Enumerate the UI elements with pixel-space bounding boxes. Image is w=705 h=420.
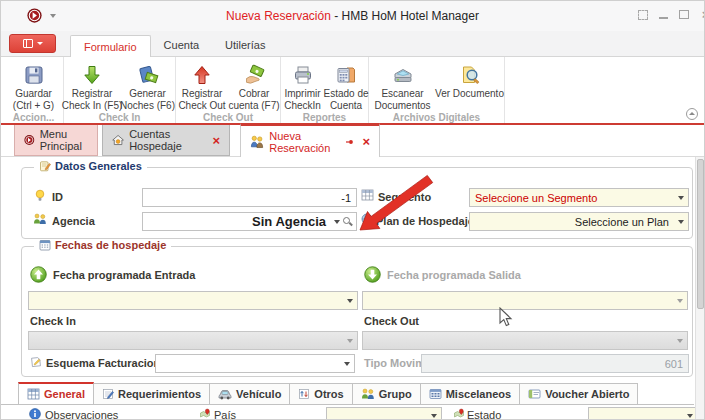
chevron-down-icon[interactable]	[674, 189, 688, 206]
ribbon-group-archivos: Escanear Documentos Ver Documento Archiv…	[369, 57, 505, 123]
chevron-down-icon[interactable]	[674, 213, 688, 230]
id-label: ID	[52, 191, 63, 203]
people-icon	[250, 133, 264, 150]
id-value: -1	[143, 192, 356, 204]
tab-otros[interactable]: Otros	[289, 383, 352, 404]
application-menu-button[interactable]	[9, 34, 56, 53]
esquema-facturacion-label: Esquema Facturacion	[46, 357, 160, 369]
doc-tab-cuentas-hospedaje[interactable]: Cuentas Hospedaje ×	[102, 125, 230, 156]
fecha-salida-label: Fecha programada Salida	[387, 269, 521, 281]
sort-icon	[298, 388, 310, 400]
imprimir-checkin-button[interactable]: Imprimir CheckIn	[281, 59, 324, 111]
tab-grupo[interactable]: Grupo	[352, 383, 421, 404]
registrar-checkin-button[interactable]: Registrar Check In (F5)	[64, 59, 120, 111]
bottom-tab-strip: General Requerimientos Vehículo Otros Gr…	[1, 383, 694, 405]
chevron-down-icon[interactable]	[427, 408, 441, 420]
scanner-icon	[392, 61, 414, 88]
pais-combobox[interactable]	[326, 407, 442, 420]
plan-hospedaje-value: Seleccione un Plan	[470, 216, 674, 228]
document-tab-strip: Menu Principal Cuentas Hospedaje × Nueva…	[1, 123, 704, 157]
segmento-label: Segmento	[378, 191, 431, 203]
window-title: Nueva Reservación - HMB HoM Hotel Manage…	[1, 9, 704, 23]
chevron-down-icon	[673, 292, 687, 309]
checkin-label: Check In	[30, 315, 76, 327]
groupbox-fechas-hospedaje: Fechas de hospedaje Fecha programada Ent…	[21, 246, 693, 377]
search-icon[interactable]	[343, 217, 353, 227]
voucher-icon	[528, 388, 541, 400]
ribbon-group-checkout: Registrar Check Out Cobrar cuenta (F7) C…	[176, 57, 281, 123]
tab-vehiculo[interactable]: Vehículo	[209, 383, 290, 404]
calendar-icon	[39, 239, 51, 251]
tab-label: General	[44, 388, 85, 400]
tab-voucher-abierto[interactable]: Voucher Abierto	[519, 383, 638, 404]
ribbon-tab-formulario[interactable]: Formulario	[70, 35, 151, 57]
maximize-icon[interactable]	[679, 10, 689, 19]
generar-noches-button[interactable]: Generar Noches (F6)	[120, 59, 175, 111]
tab-requerimientos[interactable]: Requerimientos	[93, 383, 210, 404]
close-icon[interactable]: ×	[212, 135, 220, 146]
escanear-documentos-button[interactable]: Escanear Documentos	[370, 59, 436, 111]
fecha-salida-combobox[interactable]	[362, 291, 688, 310]
agencia-combobox[interactable]: Sin Agencia	[142, 212, 357, 231]
id-input[interactable]: -1	[142, 188, 357, 207]
esquema-facturacion-combobox[interactable]	[155, 354, 355, 373]
cobrar-cuenta-button[interactable]: Cobrar cuenta (F7)	[228, 59, 280, 111]
doc-tab-label: Menu Principal	[40, 128, 88, 152]
ribbon-tab-utilerias[interactable]: Utilerías	[212, 34, 278, 56]
scrollbar-thumb[interactable]	[697, 159, 704, 309]
button-label: (Ctrl + G)	[13, 100, 54, 112]
registrar-checkout-button[interactable]: Registrar Check Out	[176, 59, 228, 111]
tipo-movimiento-input: 601	[421, 354, 689, 373]
tab-general[interactable]: General	[18, 382, 94, 404]
collect-money-icon	[243, 61, 265, 88]
vertical-scrollbar[interactable]	[695, 157, 704, 419]
account-statement-icon	[335, 61, 357, 88]
tab-label: Requerimientos	[118, 388, 201, 400]
plan-hospedaje-combobox[interactable]: Seleccione un Plan	[469, 212, 689, 231]
house-icon	[112, 133, 124, 147]
close-icon[interactable]: ×	[362, 136, 370, 147]
nights-money-icon	[137, 61, 159, 88]
estado-de-cuenta-button[interactable]: Estado de Cuenta	[324, 59, 368, 111]
fullscreen-icon[interactable]	[638, 10, 648, 20]
minimize-icon[interactable]	[659, 11, 668, 19]
doc-tab-nueva-reservacion[interactable]: Nueva Reservación ×	[240, 123, 380, 157]
ribbon-group-label: Check Out	[176, 111, 280, 123]
segmento-combobox[interactable]: Seleccione un Segmento	[469, 188, 689, 207]
tab-miscelaneos[interactable]: Miscelaneos	[420, 383, 520, 404]
ribbon-tab-cuenta[interactable]: Cuenta	[151, 34, 212, 56]
button-label: Documentos	[374, 100, 430, 112]
checkout-label: Check Out	[364, 315, 419, 327]
ver-documento-button[interactable]: Ver Documento	[436, 59, 504, 111]
chevron-down-icon[interactable]	[331, 213, 343, 230]
chevron-down-icon	[37, 42, 43, 45]
chevron-down-icon[interactable]	[343, 292, 357, 309]
chevron-down-icon[interactable]	[340, 355, 354, 372]
estado-combobox[interactable]	[588, 407, 698, 420]
chevron-down-icon	[673, 332, 687, 349]
ribbon-group-label: Archivos Digitales	[369, 111, 504, 123]
bulb-icon	[34, 189, 46, 202]
button-label: Escanear	[381, 88, 423, 100]
fecha-entrada-combobox[interactable]	[28, 291, 358, 310]
ribbon: Guardar (Ctrl + G) Accion... Registrar C…	[1, 57, 704, 123]
button-label: Noches (F6)	[120, 100, 175, 112]
button-label: Guardar	[15, 88, 52, 100]
doc-tab-label: Cuentas Hospedaje	[129, 128, 207, 152]
collapse-ribbon-icon[interactable]	[686, 108, 698, 120]
green-down-circle-icon	[364, 266, 381, 283]
pin-icon[interactable]	[346, 137, 353, 147]
agencia-value: Sin Agencia	[143, 214, 331, 229]
button-label: Generar	[129, 88, 166, 100]
map-pin-icon	[453, 408, 465, 420]
close-window-icon[interactable]: ×	[700, 9, 705, 20]
checkin-arrow-icon	[81, 61, 103, 88]
button-label: Cobrar	[239, 88, 270, 100]
app-menu-icon	[23, 39, 33, 48]
observaciones-label: Observaciones	[45, 409, 118, 420]
plan-hospedaje-label: Plan de Hospedaje	[376, 215, 474, 227]
doc-tab-menu-principal[interactable]: Menu Principal	[14, 125, 98, 156]
tab-label: Voucher Abierto	[545, 388, 629, 400]
checkin-combobox	[28, 331, 358, 350]
guardar-button[interactable]: Guardar (Ctrl + G)	[5, 59, 62, 111]
